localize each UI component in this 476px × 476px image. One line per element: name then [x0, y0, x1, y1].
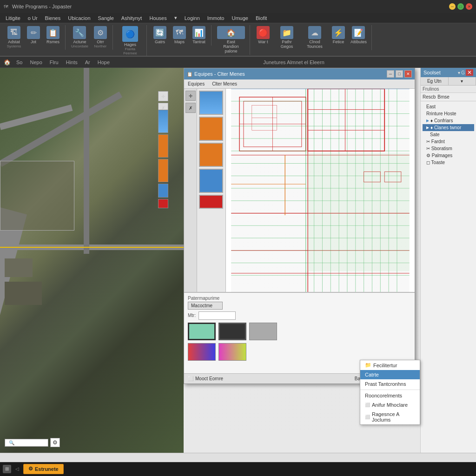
map-tool-cross[interactable]: ✛	[158, 91, 168, 101]
taskbar-back[interactable]: ◁	[13, 465, 21, 473]
layer-swatch-orange2[interactable]	[158, 159, 168, 182]
ribbon-btn-wart[interactable]: 🔴 War t	[254, 25, 272, 50]
dialog-input-field[interactable]	[198, 311, 236, 320]
rp-header-btn1[interactable]: ▾	[458, 70, 460, 75]
dialog-menu-equipes[interactable]: Equipes	[186, 81, 206, 87]
rp-tab-eguts[interactable]: Eg Utn	[421, 77, 449, 85]
swatch-gradient-2[interactable]	[218, 343, 246, 361]
ribbon-btn-adstat[interactable]: 🏗 Adstat Syolems	[5, 25, 23, 50]
swatch-teal[interactable]	[188, 323, 216, 340]
dialog-maximize[interactable]: □	[396, 70, 403, 78]
app-icon: 🗺	[4, 4, 8, 9]
rp-item-sboratism[interactable]: ✂ Sboratism	[423, 145, 474, 152]
taskbar-btn-estrunete[interactable]: ⚙ Estrunete	[23, 464, 64, 474]
rp-item-sate[interactable]: Sate	[423, 131, 474, 138]
taskbar-start[interactable]: ⊞	[3, 465, 11, 473]
cm-item-ragesnce[interactable]: ⬜ Ragesnce A Joclums	[360, 410, 420, 424]
rp-header-close[interactable]: ✕	[466, 69, 473, 76]
dialog-canvas[interactable]	[226, 89, 415, 292]
menu-item-arrow[interactable]: ▾	[171, 14, 181, 22]
menu-item-umuge[interactable]: Umuge	[228, 14, 251, 22]
zoom-settings[interactable]: ⚙	[50, 438, 60, 447]
rp-item-fardnt[interactable]: ✂ Fardnt	[423, 138, 474, 145]
toolbar-item-so[interactable]: So	[14, 59, 24, 66]
dialog-layer-1[interactable]	[199, 91, 223, 115]
dialog-layer-2[interactable]	[199, 117, 223, 141]
dialog-close[interactable]: ✕	[404, 70, 412, 78]
dialog-select[interactable]: Macoctme	[188, 302, 223, 310]
ribbon-btn-clnod[interactable]: ☁ Clnod Tounces	[301, 25, 328, 50]
rp-rescb-label[interactable]: Rescb	[423, 94, 436, 99]
ribbon-btn-maps[interactable]: 🗺 Maps	[170, 25, 189, 46]
menu-item-biofit[interactable]: Biofit	[252, 14, 271, 22]
rp-tab-arrow[interactable]: ▾	[449, 77, 476, 85]
dialog-tool-add[interactable]: ✛	[185, 91, 196, 101]
dialog-input-label: Mtr:	[188, 313, 196, 318]
rp-header-btn2[interactable]: G	[461, 70, 465, 75]
ribbon-btn-hages[interactable]: 🔵 Hages Fianta Feemee	[117, 25, 144, 56]
toolbar-item-flru[interactable]: Flru	[48, 59, 60, 66]
menu-item-bienes[interactable]: Bienes	[41, 14, 65, 22]
rp-item-confriars[interactable]: ▶ ♦ Confriars	[423, 117, 474, 124]
dialog-menu-clter[interactable]: Clter Menes	[210, 81, 239, 87]
right-panel-header: Soolset ▾ G ✕	[421, 68, 476, 77]
ribbon-btn-rsmes[interactable]: 📋 Rsmes	[44, 25, 62, 50]
menu-item-our[interactable]: o Ur	[24, 14, 41, 22]
layer-swatch-blue2[interactable]	[158, 184, 168, 198]
road-layer	[0, 68, 184, 453]
rp-item-east[interactable]: East	[423, 103, 474, 110]
dialog-layer-4[interactable]	[199, 169, 223, 193]
menu-item-litigite[interactable]: Litigite	[2, 14, 24, 22]
menu-item-houses[interactable]: Houses	[145, 14, 170, 22]
ribbon-btn-jot[interactable]: ✏ Jot	[24, 25, 43, 50]
zoom-control[interactable]: 🔍	[5, 439, 48, 447]
rp-item-clanes[interactable]: ▶ ♦ Clanes twnor	[423, 124, 474, 131]
layer-swatch-blue[interactable]	[158, 110, 168, 133]
ribbon-btn-tantrat[interactable]: 📊 Tantrat	[190, 25, 208, 46]
rp-bmse-label[interactable]: Bmse	[437, 94, 450, 99]
toolbar-item-nepo[interactable]: Nepo	[28, 59, 44, 66]
dialog-tool-remove[interactable]: ✗	[185, 103, 196, 113]
dialog-layer-5[interactable]	[199, 195, 223, 209]
menu-item-ashitynyt[interactable]: Ashitynyt	[118, 14, 146, 22]
menu-item-ubicacion[interactable]: Ubicacion	[64, 14, 94, 22]
rp-item-rrinture[interactable]: Rrinture Hoste	[423, 110, 474, 117]
swatch-gray[interactable]	[249, 323, 277, 340]
right-panel: Soolset ▾ G ✕ Eg Utn ▾ Frulinos Rescb Bm…	[420, 68, 476, 453]
ribbon-btn-actune[interactable]: 🔧 Actune Uncordate	[69, 25, 90, 50]
cm-item-prast[interactable]: Prast Tantcronhns	[360, 379, 420, 389]
dialog-minimize[interactable]: ─	[387, 70, 394, 78]
rp-item-toaste[interactable]: ◻ Toaste	[423, 159, 474, 166]
road-marking	[0, 247, 184, 248]
ribbon-btn-fetice[interactable]: ⚡ Fetice	[329, 25, 348, 50]
ribbon-btn-pathrgegos[interactable]: 📁 Pathr Gegos	[273, 25, 300, 50]
menu-item-loginn[interactable]: Loginn	[181, 14, 204, 22]
dialog-layer-3[interactable]	[199, 143, 223, 167]
layer-swatch-red[interactable]	[158, 199, 168, 208]
maximize-button[interactable]: □	[457, 3, 464, 10]
layer-swatch-orange1[interactable]	[158, 134, 168, 158]
menu-item-sangle[interactable]: Sangle	[94, 14, 118, 22]
cm-item-roon[interactable]: Rooncorelments	[360, 391, 420, 400]
toolbar-item-hints[interactable]: Hints	[64, 59, 79, 66]
minimize-button[interactable]: ─	[449, 3, 456, 10]
toolbar-item-hope[interactable]: Hope	[96, 59, 112, 66]
toolbar-center-text: Junetures Almnet el Eleern	[115, 60, 472, 65]
ribbon-btn-gatrs[interactable]: 🔄 Gatrs	[151, 25, 169, 46]
toolbar-home-icon[interactable]: 🏠	[4, 59, 11, 66]
cm-item-catrte[interactable]: Catrte	[360, 370, 420, 379]
menu-item-immoto[interactable]: Immoto	[204, 14, 228, 22]
dialog-select-label: Patermapurime	[188, 296, 223, 301]
cm-item-anifur[interactable]: ⬜ Anifur Mhoclare	[360, 400, 420, 410]
close-button[interactable]: ✕	[466, 3, 472, 10]
swatch-gradient-1[interactable]	[188, 343, 216, 361]
toolbar-item-ar[interactable]: Ar	[83, 59, 92, 66]
ribbon-btn-east[interactable]: 🏠 East Randion palone	[215, 25, 247, 55]
ribbon-btn-attibutes[interactable]: 📝 Attibutes	[349, 25, 369, 50]
ribbon-btn-otrr[interactable]: ⚙ Otrr Norther	[91, 25, 110, 50]
window-controls: ─ □ ✕	[449, 3, 472, 10]
swatch-dark[interactable]	[218, 323, 246, 340]
map-view[interactable]: ✛ ✗ 🔍 ⚙	[0, 68, 184, 453]
rp-item-palmages[interactable]: ⚙ Palmages	[423, 152, 474, 159]
cm-item-fecilitertur[interactable]: 📁 Fecilitertur	[360, 360, 420, 370]
